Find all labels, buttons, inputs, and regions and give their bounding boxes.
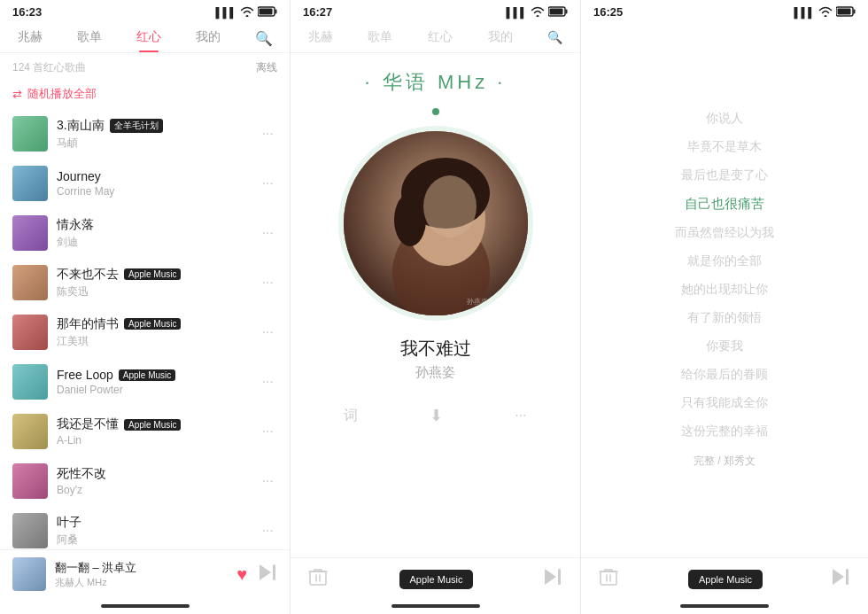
- svg-rect-4: [273, 564, 275, 580]
- download-button[interactable]: ⬇: [417, 400, 455, 431]
- list-item[interactable]: 死性不改 Boy'z ···: [0, 456, 290, 506]
- album-watermark: 孙燕姿 我不难过: [467, 297, 518, 307]
- now-playing-thumb: [12, 557, 46, 591]
- more-button[interactable]: ···: [259, 172, 277, 195]
- delete-button-2[interactable]: [308, 567, 328, 591]
- lyric-line[interactable]: 你说人: [706, 111, 743, 127]
- lyric-line[interactable]: 最后也是变了心: [681, 167, 768, 183]
- song-badge: Apple Music: [124, 268, 181, 280]
- tab-heart-2[interactable]: 红心: [421, 24, 460, 52]
- lyric-line[interactable]: 你要我: [706, 338, 743, 354]
- offline-badge: 离线: [256, 60, 277, 75]
- search-icon-1[interactable]: 🔍: [248, 25, 280, 52]
- album-art: [12, 513, 48, 548]
- lyric-line[interactable]: 这份完整的幸福: [681, 424, 768, 439]
- home-bar-3: [680, 604, 769, 608]
- shuffle-label: 随机播放全部: [27, 86, 97, 102]
- next-button-3[interactable]: [833, 569, 850, 589]
- song-info: 情永落 剑迪: [57, 217, 250, 250]
- list-item[interactable]: 叶子 阿桑 ···: [0, 506, 290, 549]
- list-item[interactable]: Journey Corrine May ···: [0, 159, 290, 208]
- shuffle-row[interactable]: ⇄ 随机播放全部: [0, 82, 290, 109]
- progress-dot: [432, 108, 439, 115]
- next-button-2[interactable]: [545, 569, 562, 589]
- album-art-image: 孙燕姿 我不难过: [344, 131, 528, 315]
- more-button[interactable]: ···: [259, 222, 277, 245]
- lyric-line[interactable]: 而虽然曾经以为我: [675, 225, 774, 241]
- status-icons-1: ▌▌▌: [216, 6, 277, 19]
- song-info: Journey Corrine May: [57, 169, 250, 198]
- tab-playlist-1[interactable]: 歌单: [70, 24, 109, 52]
- song-info: 那年的情书 Apple Music 江美琪: [57, 316, 250, 349]
- list-item[interactable]: 3.南山南 全羊毛计划 马頔 ···: [0, 109, 290, 159]
- more-button[interactable]: ···: [259, 122, 277, 145]
- sub-header-1: 124 首红心歌曲 离线: [0, 53, 290, 82]
- lyrics-container: 你说人 毕竟不是草木 最后也是变了心 自己也很痛苦 而虽然曾经以为我 就是你的全…: [590, 111, 859, 439]
- status-bar-1: 16:23 ▌▌▌: [0, 0, 290, 22]
- status-bar-2: 16:27 ▌▌▌: [291, 0, 580, 22]
- next-button[interactable]: [260, 564, 277, 585]
- lyric-line-active[interactable]: 自己也很痛苦: [685, 196, 764, 213]
- list-item[interactable]: 我还是不懂 Apple Music A-Lin ···: [0, 407, 290, 456]
- wifi-icon-2: [531, 6, 545, 19]
- apple-music-badge-2[interactable]: Apple Music: [399, 570, 474, 589]
- song-title: 叶子: [57, 515, 250, 531]
- signal-icon-2: ▌▌▌: [507, 7, 527, 18]
- list-item[interactable]: 不来也不去 Apple Music 陈奕迅 ···: [0, 258, 290, 307]
- time-2: 16:27: [303, 5, 332, 19]
- more-button[interactable]: ···: [259, 370, 277, 393]
- album-art: [12, 463, 48, 499]
- lyric-line[interactable]: 毕竟不是草木: [687, 139, 762, 155]
- panel-1: 16:23 ▌▌▌ 兆赫 歌单 红心 我的 🔍: [0, 0, 291, 614]
- lyrics-button[interactable]: 词: [331, 401, 370, 431]
- nav-tabs-2: 兆赫 歌单 红心 我的 🔍: [291, 22, 580, 53]
- lyric-line[interactable]: 给你最后的眷顾: [681, 367, 768, 383]
- p2-main-content: · 华语 MHz ·: [291, 53, 580, 557]
- delete-button-3[interactable]: [599, 567, 618, 591]
- svg-rect-2: [260, 8, 273, 14]
- lyric-line[interactable]: 只有我能成全你: [681, 395, 768, 411]
- tab-playlist-2[interactable]: 歌单: [360, 24, 399, 52]
- tab-zhaohz-1[interactable]: 兆赫: [11, 24, 50, 52]
- search-icon-2[interactable]: 🔍: [540, 25, 570, 51]
- apple-music-badge-3[interactable]: Apple Music: [688, 570, 763, 589]
- more-button[interactable]: ···: [259, 321, 277, 344]
- song-info: 死性不改 Boy'z: [57, 466, 250, 496]
- battery-icon-3: [836, 6, 856, 19]
- list-item[interactable]: Free Loop Apple Music Daniel Powter ···: [0, 357, 290, 407]
- home-bar: [101, 604, 190, 608]
- wifi-icon-3: [818, 6, 833, 19]
- song-info: 不来也不去 Apple Music 陈奕迅: [57, 267, 250, 299]
- tab-mine-1[interactable]: 我的: [189, 24, 228, 52]
- lyrics-panel: 你说人 毕竟不是草木 最后也是变了心 自己也很痛苦 而虽然曾经以为我 就是你的全…: [581, 22, 868, 557]
- svg-marker-18: [545, 569, 556, 585]
- more-button[interactable]: ···: [259, 519, 277, 542]
- bottom-bar-2: Apple Music: [291, 557, 580, 598]
- heart-button[interactable]: ♥: [236, 564, 247, 585]
- song-badge: Apple Music: [124, 419, 181, 431]
- lyric-line[interactable]: 她的出现却让你: [681, 282, 768, 298]
- album-art: [12, 315, 48, 350]
- wifi-icon-1: [240, 6, 254, 19]
- more-options-button[interactable]: ···: [502, 402, 539, 429]
- bottom-player-bar: 翻一翻 – 洪卓立 兆赫人 MHz ♥: [0, 549, 290, 598]
- tab-zhaohz-2[interactable]: 兆赫: [301, 24, 340, 52]
- more-button[interactable]: ···: [259, 271, 277, 294]
- svg-rect-28: [846, 569, 849, 585]
- svg-point-13: [423, 175, 477, 237]
- panel-2: 16:27 ▌▌▌ 兆赫 歌单 红心 我的 🔍: [291, 0, 581, 614]
- now-playing-sub: 兆赫人 MHz: [55, 576, 228, 589]
- lyric-line[interactable]: 就是你的全部: [687, 253, 762, 269]
- svg-marker-3: [260, 564, 271, 580]
- more-button[interactable]: ···: [259, 470, 277, 493]
- nav-tabs-1: 兆赫 歌单 红心 我的 🔍: [0, 22, 290, 53]
- lyric-line[interactable]: 有了新的领悟: [687, 310, 762, 326]
- tab-heart-1[interactable]: 红心: [129, 24, 168, 52]
- tab-mine-2[interactable]: 我的: [481, 24, 520, 52]
- album-art: [12, 265, 48, 300]
- song-artist: 陈奕迅: [57, 284, 250, 299]
- song-artist: Boy'z: [57, 484, 250, 496]
- list-item[interactable]: 那年的情书 Apple Music 江美琪 ···: [0, 307, 290, 357]
- list-item[interactable]: 情永落 剑迪 ···: [0, 208, 290, 258]
- more-button[interactable]: ···: [259, 420, 277, 443]
